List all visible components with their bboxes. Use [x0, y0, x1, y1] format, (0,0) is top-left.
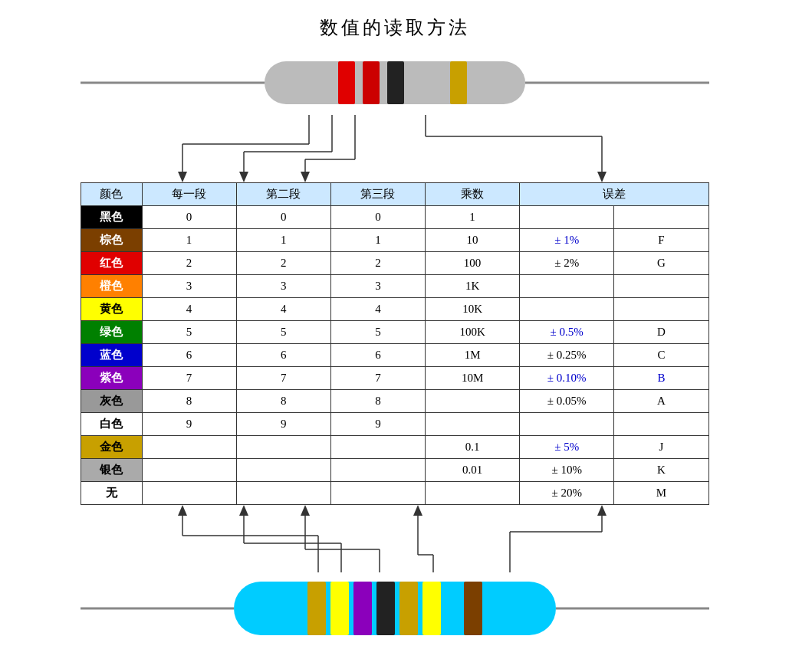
cell-tolcode-0: [614, 206, 708, 229]
band-top-4: [450, 61, 467, 104]
color-cell-7: 紫色: [81, 367, 142, 390]
cell-mul-7: 10M: [425, 367, 519, 390]
cell-mul-4: 10K: [425, 298, 519, 321]
cell-tol-3: [520, 275, 614, 298]
color-cell-8: 灰色: [81, 390, 142, 413]
resistor-body-top: [265, 61, 525, 104]
cell-d3-5: 5: [330, 321, 425, 344]
color-cell-12: 无: [81, 482, 142, 505]
cell-d2-11: [236, 459, 330, 482]
col-header-tol: 误差: [520, 183, 708, 206]
table-header-row: 颜色 每一段 第二段 第三段 乘数 误差: [81, 183, 708, 206]
cell-d2-12: [236, 482, 330, 505]
cell-d3-8: 8: [330, 390, 425, 413]
cell-tol-11: ± 10%: [520, 459, 614, 482]
table-row: 棕色11110± 1%F: [81, 229, 708, 252]
cell-mul-1: 10: [425, 229, 519, 252]
cell-d2-6: 6: [236, 344, 330, 367]
table-row: 橙色3331K: [81, 275, 708, 298]
col-header-d2: 第二段: [236, 183, 330, 206]
cell-tol-6: ± 0.25%: [520, 344, 614, 367]
band-top-3: [387, 61, 404, 104]
arrow-head-b3: [301, 505, 310, 516]
color-cell-10: 金色: [81, 436, 142, 459]
lead-right-bottom: [556, 608, 709, 610]
table-row: 白色999: [81, 413, 708, 436]
band-bottom-1: [307, 582, 326, 635]
cell-mul-8: [425, 390, 519, 413]
top-arrows-svg: [81, 113, 709, 182]
cell-d1-1: 1: [142, 229, 236, 252]
cell-d3-6: 6: [330, 344, 425, 367]
cell-tol-4: [520, 298, 614, 321]
lead-right-top: [525, 82, 709, 84]
arrow-head-b2: [239, 505, 248, 516]
cell-d2-5: 5: [236, 321, 330, 344]
cell-tol-8: ± 0.05%: [520, 390, 614, 413]
resistor-body-bottom: [234, 582, 556, 635]
cell-d1-7: 7: [142, 367, 236, 390]
color-cell-1: 棕色: [81, 229, 142, 252]
cell-tol-1: ± 1%: [520, 229, 614, 252]
arrow-head-3: [301, 172, 310, 182]
cell-d1-5: 5: [142, 321, 236, 344]
cell-d3-9: 9: [330, 413, 425, 436]
arrow-head-b5: [597, 505, 607, 516]
top-resistor: [81, 52, 709, 113]
arrow-head-1: [178, 172, 187, 182]
arrow-head-b4: [413, 505, 422, 516]
cell-d1-3: 3: [142, 275, 236, 298]
col-header-color: 颜色: [81, 183, 142, 206]
cell-tolcode-6: C: [614, 344, 708, 367]
cell-d3-7: 7: [330, 367, 425, 390]
cell-d3-10: [330, 436, 425, 459]
cell-tolcode-1: F: [614, 229, 708, 252]
resistor-table: 颜色 每一段 第二段 第三段 乘数 误差 黑色0001棕色11110± 1%F红…: [81, 182, 709, 505]
cell-tol-2: ± 2%: [520, 252, 614, 275]
cell-d1-8: 8: [142, 390, 236, 413]
color-cell-9: 白色: [81, 413, 142, 436]
cell-d1-12: [142, 482, 236, 505]
color-cell-4: 黄色: [81, 298, 142, 321]
table-row: 红色222100± 2%G: [81, 252, 708, 275]
cell-d2-8: 8: [236, 390, 330, 413]
table-row: 黑色0001: [81, 206, 708, 229]
cell-d3-1: 1: [330, 229, 425, 252]
cell-d2-4: 4: [236, 298, 330, 321]
cell-d2-10: [236, 436, 330, 459]
lead-left-top: [81, 82, 265, 84]
cell-d3-12: [330, 482, 425, 505]
cell-d1-10: [142, 436, 236, 459]
cell-d2-2: 2: [236, 252, 330, 275]
cell-d3-11: [330, 459, 425, 482]
lead-left-bottom: [81, 608, 234, 610]
arrow-head-2: [239, 172, 248, 182]
cell-d2-7: 7: [236, 367, 330, 390]
color-cell-6: 蓝色: [81, 344, 142, 367]
band-bottom-2: [330, 582, 349, 635]
cell-tolcode-12: M: [614, 482, 708, 505]
table-row: 绿色555100K± 0.5%D: [81, 321, 708, 344]
col-header-d1: 每一段: [142, 183, 236, 206]
cell-d2-0: 0: [236, 206, 330, 229]
cell-d1-4: 4: [142, 298, 236, 321]
cell-d3-4: 4: [330, 298, 425, 321]
cell-d1-6: 6: [142, 344, 236, 367]
cell-tol-7: ± 0.10%: [520, 367, 614, 390]
bands-bottom: [307, 582, 482, 635]
band-bottom-6: [422, 582, 441, 635]
band-bottom-5: [399, 582, 418, 635]
cell-d1-11: [142, 459, 236, 482]
cell-tolcode-2: G: [614, 252, 708, 275]
band-bottom-4: [376, 582, 395, 635]
cell-tol-9: [520, 413, 614, 436]
cell-d2-3: 3: [236, 275, 330, 298]
col-header-d3: 第三段: [330, 183, 425, 206]
cell-mul-0: 1: [425, 206, 519, 229]
cell-mul-2: 100: [425, 252, 519, 275]
cell-d1-0: 0: [142, 206, 236, 229]
cell-tolcode-11: K: [614, 459, 708, 482]
cell-mul-12: [425, 482, 519, 505]
bands-top: [323, 61, 467, 104]
cell-mul-5: 100K: [425, 321, 519, 344]
